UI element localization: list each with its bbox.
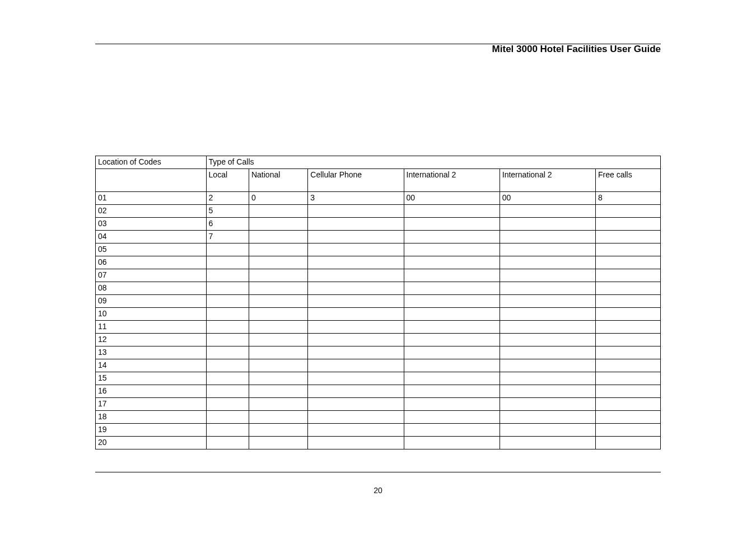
cell-free	[595, 359, 660, 372]
table-row: 12	[96, 334, 661, 346]
page-footer: 20	[95, 472, 661, 495]
cell-intl1	[404, 424, 500, 437]
cell-loc: 16	[96, 385, 207, 398]
cell-local	[206, 334, 249, 346]
cell-national	[249, 359, 307, 372]
cell-intl1	[404, 243, 500, 256]
cell-cellular	[308, 321, 404, 334]
cell-loc: 05	[96, 243, 207, 256]
cell-cellular: 3	[308, 192, 404, 205]
cell-loc: 01	[96, 192, 207, 205]
cell-free	[595, 269, 660, 282]
table-row: 11	[96, 321, 661, 334]
cell-cellular	[308, 308, 404, 321]
codes-table-wrap: Location of Codes Type of Calls Local Na…	[95, 156, 661, 449]
cell-intl1	[404, 231, 500, 243]
cell-national	[249, 308, 307, 321]
table-row: 13	[96, 346, 661, 359]
header-cellular: Cellular Phone	[308, 169, 404, 192]
footer-divider	[95, 472, 661, 472]
cell-intl1	[404, 437, 500, 449]
cell-local	[206, 295, 249, 308]
cell-loc: 11	[96, 321, 207, 334]
cell-local	[206, 372, 249, 385]
cell-free	[595, 295, 660, 308]
cell-national	[249, 282, 307, 295]
cell-loc: 12	[96, 334, 207, 346]
cell-loc: 06	[96, 256, 207, 269]
cell-cellular	[308, 398, 404, 411]
table-row: 0120300008	[96, 192, 661, 205]
cell-intl2	[500, 231, 595, 243]
cell-intl2	[500, 437, 595, 449]
cell-intl1	[404, 346, 500, 359]
cell-local: 6	[206, 218, 249, 231]
cell-local: 2	[206, 192, 249, 205]
header-blank	[96, 169, 207, 192]
cell-intl1	[404, 308, 500, 321]
cell-intl1	[404, 334, 500, 346]
cell-cellular	[308, 437, 404, 449]
cell-intl1: 00	[404, 192, 500, 205]
cell-intl1	[404, 321, 500, 334]
cell-intl2	[500, 269, 595, 282]
table-row: 047	[96, 231, 661, 243]
cell-national	[249, 321, 307, 334]
table-row: 09	[96, 295, 661, 308]
cell-free	[595, 372, 660, 385]
cell-local	[206, 385, 249, 398]
cell-intl2	[500, 243, 595, 256]
cell-national	[249, 231, 307, 243]
table-row: 16	[96, 385, 661, 398]
table-header-row-2: Local National Cellular Phone Internatio…	[96, 169, 661, 192]
document-title: Mitel 3000 Hotel Facilities User Guide	[492, 44, 661, 55]
cell-cellular	[308, 385, 404, 398]
header-location: Location of Codes	[96, 156, 207, 169]
cell-local	[206, 269, 249, 282]
cell-cellular	[308, 231, 404, 243]
cell-intl2	[500, 295, 595, 308]
cell-loc: 10	[96, 308, 207, 321]
cell-national	[249, 346, 307, 359]
page-number: 20	[95, 486, 661, 495]
cell-intl2	[500, 321, 595, 334]
table-row: 06	[96, 256, 661, 269]
cell-cellular	[308, 218, 404, 231]
codes-table: Location of Codes Type of Calls Local Na…	[95, 156, 661, 449]
cell-intl2: 00	[500, 192, 595, 205]
cell-intl2	[500, 334, 595, 346]
cell-intl1	[404, 218, 500, 231]
table-row: 025	[96, 205, 661, 218]
cell-intl1	[404, 372, 500, 385]
cell-intl2	[500, 359, 595, 372]
cell-intl1	[404, 385, 500, 398]
cell-intl2	[500, 256, 595, 269]
cell-free	[595, 282, 660, 295]
cell-loc: 19	[96, 424, 207, 437]
cell-local	[206, 424, 249, 437]
cell-local: 5	[206, 205, 249, 218]
cell-national	[249, 424, 307, 437]
cell-intl2	[500, 385, 595, 398]
cell-local: 7	[206, 231, 249, 243]
cell-national: 0	[249, 192, 307, 205]
cell-free	[595, 411, 660, 424]
cell-intl2	[500, 398, 595, 411]
table-row: 14	[96, 359, 661, 372]
cell-national	[249, 398, 307, 411]
table-row: 19	[96, 424, 661, 437]
cell-cellular	[308, 424, 404, 437]
cell-national	[249, 295, 307, 308]
cell-national	[249, 372, 307, 385]
cell-national	[249, 334, 307, 346]
cell-local	[206, 411, 249, 424]
header-free: Free calls	[595, 169, 660, 192]
page-header: Mitel 3000 Hotel Facilities User Guide	[95, 44, 661, 77]
cell-free	[595, 321, 660, 334]
table-row: 10	[96, 308, 661, 321]
cell-free	[595, 398, 660, 411]
cell-loc: 07	[96, 269, 207, 282]
cell-national	[249, 243, 307, 256]
table-row: 08	[96, 282, 661, 295]
cell-free	[595, 205, 660, 218]
